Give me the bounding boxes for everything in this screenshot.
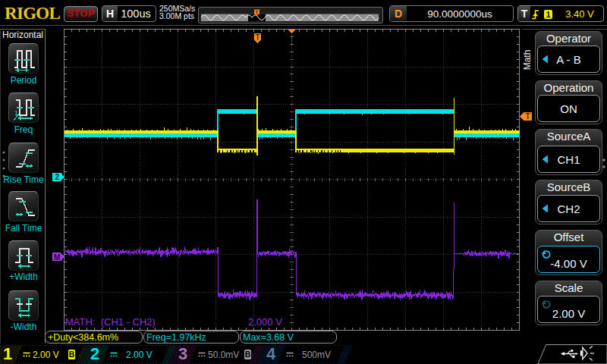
svg-text:T: T: [255, 33, 259, 42]
svg-text:2: 2: [55, 173, 59, 181]
svg-text:M: M: [54, 253, 60, 262]
svg-text:T: T: [526, 112, 530, 121]
